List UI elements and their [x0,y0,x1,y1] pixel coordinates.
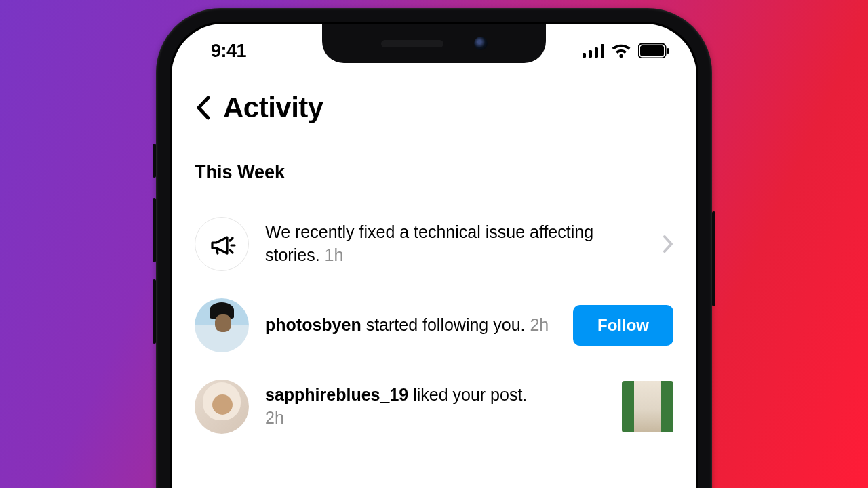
svg-rect-2 [595,47,598,58]
like-text: sapphireblues_19 liked your post. 2h [265,384,606,430]
section-header: This Week [195,162,673,183]
username[interactable]: sapphireblues_19 [265,385,408,404]
svg-rect-3 [601,44,604,58]
like-time: 2h [265,408,284,427]
phone-frame: 9:41 [156,8,712,488]
phone-volume-up-button [153,198,156,262]
svg-rect-6 [667,48,669,54]
username[interactable]: photosbyen [265,315,361,334]
cellular-signal-icon [583,44,604,58]
status-bar: 9:41 [172,24,696,78]
like-action: liked your post. [413,385,527,404]
announcement-row[interactable]: We recently fixed a technical issue affe… [195,203,673,285]
svg-rect-1 [589,50,592,58]
wifi-icon [611,43,631,58]
follow-action: started following you. [366,315,526,334]
status-time: 9:41 [211,41,246,62]
megaphone-icon [195,217,249,271]
post-thumbnail[interactable] [622,381,673,432]
battery-icon [638,43,669,58]
avatar[interactable] [195,298,249,352]
phone-volume-down-button [153,279,156,344]
phone-power-button [712,211,715,306]
page-title: Activity [223,92,323,124]
chevron-right-icon [663,235,673,253]
nav-header: Activity [195,92,673,129]
follow-time: 2h [530,315,549,334]
svg-rect-0 [583,53,586,58]
follow-text: photosbyen started following you. 2h [265,314,557,337]
announcement-time: 1h [325,245,344,264]
like-row[interactable]: sapphireblues_19 liked your post. 2h [195,366,673,447]
phone-side-button [153,144,156,178]
follow-row[interactable]: photosbyen started following you. 2h Fol… [195,285,673,366]
svg-rect-5 [640,45,664,56]
status-icons [583,43,669,58]
back-chevron-icon[interactable] [195,96,211,120]
announcement-message: We recently fixed a technical issue affe… [265,222,593,264]
follow-button[interactable]: Follow [573,305,673,346]
phone-screen: 9:41 [172,24,696,488]
announcement-text: We recently fixed a technical issue affe… [265,221,646,267]
avatar[interactable] [195,380,249,434]
